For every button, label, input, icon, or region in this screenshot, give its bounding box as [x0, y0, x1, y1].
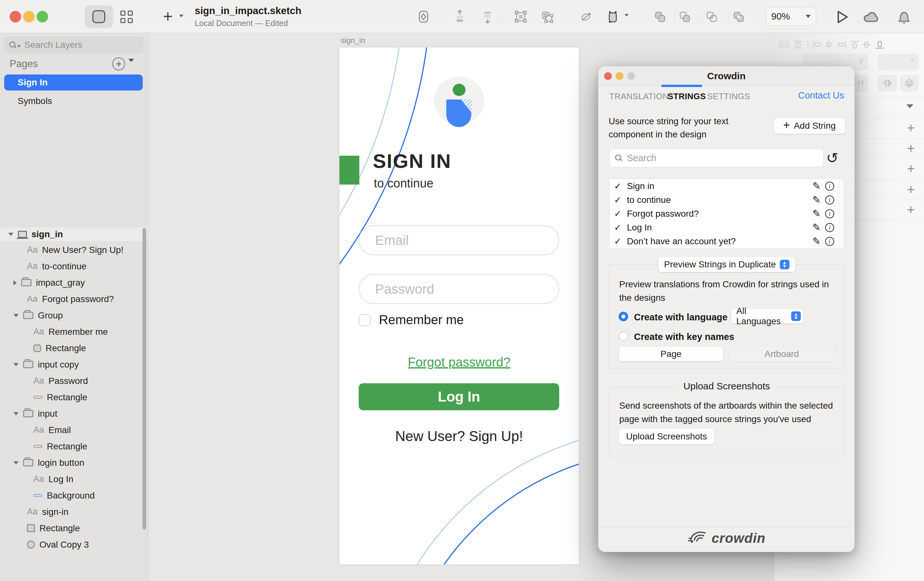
layer-row[interactable]: Background [0, 487, 148, 504]
zoom-level-select[interactable]: 90% [766, 7, 816, 26]
edit-string-icon[interactable]: ✎ [812, 208, 821, 220]
edit-string-icon[interactable]: ✎ [812, 194, 821, 206]
edit-string-icon[interactable]: ✎ [812, 180, 821, 192]
rotation-field[interactable]: ° [878, 54, 919, 70]
insert-chevron-icon[interactable] [178, 14, 184, 18]
string-row[interactable]: ✓ Sign in ✎ i [610, 179, 844, 193]
add-fill-button[interactable]: + [904, 141, 917, 156]
close-window-button[interactable] [10, 11, 21, 23]
remember-me-label[interactable]: Remember me [379, 313, 464, 327]
layer-row[interactable]: AaEmail [0, 422, 148, 438]
headline-accent-bar[interactable] [340, 156, 359, 185]
edit-string-icon[interactable]: ✎ [812, 222, 821, 233]
tab-settings[interactable]: SETTINGS [707, 91, 750, 101]
add-blur-button[interactable]: + [904, 202, 917, 218]
create-symbol-button[interactable] [415, 8, 432, 25]
string-search-field[interactable] [609, 149, 823, 167]
list-scrollbar[interactable] [839, 179, 844, 248]
sidebar-page-sign-in[interactable]: Sign In [4, 74, 143, 91]
pages-collapse-chevron-icon[interactable] [128, 62, 134, 68]
flip-vertical-button[interactable] [900, 75, 919, 91]
frame-tool-chevron-icon[interactable] [624, 13, 629, 17]
layer-row[interactable]: AaRemember me [0, 324, 148, 340]
search-layers-field[interactable] [5, 36, 144, 54]
email-field[interactable]: Email [359, 225, 559, 255]
layer-row[interactable]: AaForgot password? [0, 291, 148, 307]
page-button[interactable]: Page [619, 347, 723, 361]
string-info-icon[interactable]: i [825, 182, 834, 191]
grid-view-toggle[interactable] [116, 5, 137, 28]
string-row[interactable]: ✓ Don’t have an account yet? ✎ i [610, 234, 844, 248]
move-backward-button[interactable] [479, 8, 496, 25]
layer-row[interactable]: input copy [0, 356, 148, 372]
chevron-down-icon[interactable] [8, 233, 13, 236]
layer-row[interactable]: Group [0, 307, 148, 324]
chevron-down-icon[interactable] [13, 412, 18, 415]
boolean-union-button[interactable] [652, 8, 668, 25]
preview-strings-in-duplicate-button[interactable]: Preview Strings in Duplicate [658, 257, 795, 272]
sign-in-headline[interactable]: SIGN IN [373, 150, 451, 172]
plugin-titlebar[interactable]: Crowdin [598, 66, 855, 86]
group-button[interactable] [512, 8, 529, 25]
password-field[interactable]: Password [359, 274, 559, 304]
artboard-button[interactable]: Artboard [729, 347, 835, 361]
add-shadow-button[interactable]: + [904, 182, 917, 197]
string-row[interactable]: ✓ Log In ✎ i [610, 220, 844, 234]
sidebar-scrollbar[interactable] [142, 228, 146, 530]
edit-string-icon[interactable]: ✎ [812, 235, 821, 247]
chevron-right-icon[interactable] [13, 280, 16, 285]
move-forward-button[interactable] [451, 8, 468, 25]
create-with-key-names-radio[interactable] [619, 331, 628, 341]
artboard-layer-header[interactable]: sign_in [0, 227, 148, 242]
string-row[interactable]: ✓ to continue ✎ i [610, 193, 844, 207]
tab-strings[interactable]: STRINGS [668, 91, 706, 101]
edit-shape-button[interactable] [578, 8, 594, 25]
chevron-down-icon[interactable] [13, 363, 18, 366]
insert-button[interactable]: + [163, 7, 173, 26]
create-with-language-label[interactable]: Create with language [634, 312, 728, 323]
chevron-down-icon[interactable] [13, 461, 18, 465]
string-row[interactable]: ✓ Forgot password? ✎ i [610, 207, 844, 220]
log-in-button[interactable]: Log In [359, 383, 559, 410]
create-with-language-radio[interactable] [619, 312, 628, 321]
layer-row[interactable]: AaLog In [0, 471, 148, 487]
add-border-button[interactable]: + [904, 161, 917, 177]
add-style-button[interactable]: + [904, 120, 917, 136]
layer-row[interactable]: Rectangle [0, 520, 148, 536]
add-string-button[interactable]: + Add String [774, 118, 845, 134]
layer-row[interactable]: Rectangle [0, 438, 148, 455]
chevron-down-icon[interactable] [13, 314, 18, 317]
layer-row[interactable]: Rectangle [0, 340, 148, 356]
string-info-icon[interactable]: i [825, 195, 834, 204]
preview-play-button[interactable] [835, 9, 850, 26]
layer-row[interactable]: Aato-continue [0, 258, 148, 275]
ungroup-button[interactable] [539, 8, 555, 25]
remember-me-checkbox[interactable] [359, 314, 371, 326]
sidebar-page-symbols[interactable]: Symbols [18, 96, 52, 106]
language-select[interactable]: All Languages [731, 309, 804, 324]
layer-row[interactable]: Aasign-in [0, 504, 148, 520]
string-info-icon[interactable]: i [825, 237, 834, 246]
boolean-intersect-button[interactable] [703, 8, 720, 25]
alignment-toolbar[interactable] [778, 39, 906, 50]
layer-row[interactable]: AaPassword [0, 372, 148, 389]
section-collapse-chevron-icon[interactable] [906, 104, 913, 108]
create-with-key-names-label[interactable]: Create with key names [634, 331, 734, 342]
boolean-difference-button[interactable] [730, 8, 747, 25]
zoom-window-button[interactable] [36, 11, 48, 23]
notifications-button[interactable] [896, 8, 912, 26]
upload-screenshots-button[interactable]: Upload Screenshots [619, 429, 714, 445]
app-logo[interactable] [434, 77, 485, 124]
string-search-input[interactable] [626, 152, 806, 164]
cloud-sync-button[interactable] [862, 10, 882, 26]
sign-in-subheadline[interactable]: to continue [374, 177, 434, 190]
refresh-strings-button[interactable]: ↻ [826, 149, 839, 167]
layer-row[interactable]: login button [0, 455, 148, 471]
minimize-window-button[interactable] [23, 11, 35, 23]
artboard-canvas-label[interactable]: sign_in [341, 36, 365, 45]
layer-row[interactable]: Oval Copy 3 [0, 536, 148, 553]
tab-translation[interactable]: TRANSLATION [609, 91, 669, 101]
string-info-icon[interactable]: i [825, 209, 834, 218]
canvas-view-toggle[interactable] [85, 5, 113, 28]
sign-up-text[interactable]: New User? Sign Up! [340, 428, 579, 444]
